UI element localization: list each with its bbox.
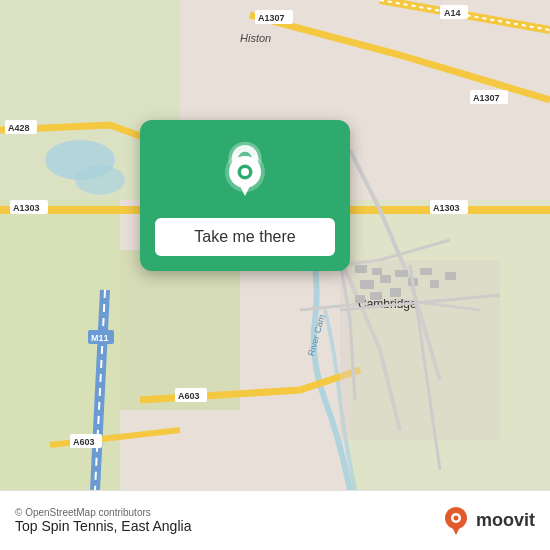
svg-rect-35 — [370, 292, 382, 300]
svg-text:A1303: A1303 — [433, 203, 460, 213]
svg-text:Histon: Histon — [240, 32, 271, 44]
location-name: Top Spin Tennis, East Anglia — [15, 518, 191, 534]
map-view[interactable]: A14 A1307 A1307 A428 A1303 A1303 M11 — [0, 0, 550, 490]
svg-rect-32 — [380, 275, 391, 283]
moovit-icon — [440, 505, 472, 537]
svg-text:A603: A603 — [178, 391, 200, 401]
svg-point-48 — [241, 168, 249, 176]
svg-rect-36 — [390, 288, 401, 297]
svg-rect-30 — [372, 268, 382, 275]
svg-text:A1303: A1303 — [13, 203, 40, 213]
svg-rect-29 — [355, 265, 367, 273]
svg-rect-34 — [355, 295, 365, 303]
take-me-there-button[interactable]: Take me there — [155, 218, 335, 256]
svg-rect-3 — [120, 250, 240, 410]
svg-text:A14: A14 — [444, 8, 461, 18]
svg-point-52 — [453, 515, 458, 520]
svg-rect-38 — [420, 268, 432, 275]
map-pin-svg — [219, 150, 271, 206]
svg-text:A1307: A1307 — [473, 93, 500, 103]
copyright-text: © OpenStreetMap contributors — [15, 507, 191, 518]
svg-rect-31 — [360, 280, 374, 289]
svg-text:A603: A603 — [73, 437, 95, 447]
svg-point-6 — [75, 165, 125, 195]
svg-rect-39 — [430, 280, 439, 288]
svg-rect-33 — [395, 270, 408, 277]
location-info: © OpenStreetMap contributors Top Spin Te… — [15, 507, 191, 534]
svg-marker-53 — [451, 525, 461, 535]
svg-text:M11: M11 — [91, 333, 109, 343]
moovit-brand-text: moovit — [476, 510, 535, 531]
moovit-logo: moovit — [440, 505, 535, 537]
svg-text:A1307: A1307 — [258, 13, 285, 23]
popup-card: Take me there — [140, 120, 350, 271]
bottom-bar: © OpenStreetMap contributors Top Spin Te… — [0, 490, 550, 550]
svg-rect-40 — [445, 272, 456, 280]
svg-text:A428: A428 — [8, 123, 30, 133]
